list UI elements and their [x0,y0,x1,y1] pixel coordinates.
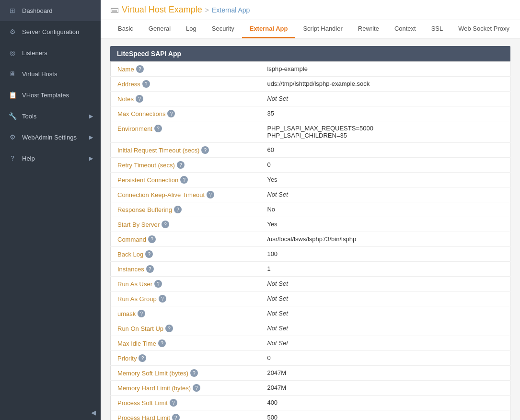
sidebar-icon-dashboard: ⊞ [8,6,17,15]
row-value: 2047M [262,381,510,396]
tab-rewrite[interactable]: Rewrite [350,20,387,38]
row-label: Process Soft Limit? [111,396,263,410]
row-label: Max Idle Time? [111,336,263,351]
row-label: umask? [111,306,263,321]
sidebar-icon-webadmin-settings: ⚙ [8,132,17,142]
main-content: 🖴 Virtual Host Example > External App Ba… [101,0,520,420]
help-icon[interactable]: ? [201,146,209,154]
header-title: Virtual Host Example [122,5,202,15]
help-icon[interactable]: ? [167,110,175,117]
help-icon[interactable]: ? [193,384,200,392]
help-icon[interactable]: ? [145,250,153,258]
sidebar-item-tools[interactable]: 🔧 Tools ▶ [0,105,101,127]
row-value: Not Set [262,187,510,202]
sidebar-collapse-button[interactable]: ◀ [0,405,101,420]
sidebar-item-server-configuration[interactable]: ⚙ Server Configuration [0,21,101,42]
help-icon[interactable]: ? [180,176,188,184]
table-row: umask?Not Set [111,306,510,321]
sidebar-item-vhost-templates[interactable]: 📋 VHost Templates [0,84,101,105]
sidebar-item-listeners[interactable]: ◎ Listeners [0,42,101,63]
row-label: Connection Keep-Alive Timeout? [111,187,263,202]
tab-security[interactable]: Security [204,20,242,38]
row-label: Run As Group? [111,292,263,306]
table-row: Memory Hard Limit (bytes)?2047M [111,381,510,396]
row-label: Back Log? [111,247,263,262]
row-value: 60 [262,143,510,158]
help-icon[interactable]: ? [138,310,145,317]
row-value: 2047M [262,366,510,381]
table-row: Address?uds://tmp/lshttpd/lsphp-example.… [111,77,510,92]
section-header: LiteSpeed SAPI App [110,46,510,61]
tab-log[interactable]: Log [178,20,204,38]
table-row: Instances?1 [111,262,510,277]
help-icon[interactable]: ? [190,369,198,377]
tab-ssl[interactable]: SSL [424,20,451,38]
sidebar-item-help[interactable]: ? Help ▶ [0,148,101,169]
row-label: Persistent Connection? [111,173,263,187]
row-label: Instances? [111,262,263,277]
header-separator: > [205,6,209,14]
help-icon[interactable]: ? [207,191,214,198]
help-icon[interactable]: ? [159,295,166,303]
table-row: Response Buffering?No [111,202,510,217]
tab-basic[interactable]: Basic [110,20,141,38]
row-value: 35 [262,106,510,121]
help-icon[interactable]: ? [177,161,185,169]
header-subtitle: External App [212,6,250,14]
table-row: Start By Server?Yes [111,217,510,232]
help-icon[interactable]: ? [136,95,143,103]
row-label: Retry Timeout (secs)? [111,158,263,173]
tab-modules[interactable]: Modules [517,20,520,38]
help-icon[interactable]: ? [148,235,156,243]
sidebar-item-dashboard[interactable]: ⊞ Dashboard [0,0,101,21]
row-label: Initial Request Timeout (secs)? [111,143,263,158]
help-icon[interactable]: ? [146,265,154,273]
row-label: Command? [111,232,263,247]
help-icon[interactable]: ? [172,414,180,420]
help-icon[interactable]: ? [162,221,169,228]
help-icon[interactable]: ? [154,280,162,288]
sidebar: ⊞ Dashboard ⚙ Server Configuration ◎ Lis… [0,0,101,420]
help-icon[interactable]: ? [139,354,146,362]
help-icon[interactable]: ? [165,325,173,332]
content-area: LiteSpeed SAPI App Name?lsphp-exampleAdd… [101,38,520,420]
row-label: Address? [111,77,263,92]
row-label: Start By Server? [111,217,263,232]
sidebar-icon-tools: 🔧 [8,111,17,121]
table-row: Connection Keep-Alive Timeout?Not Set [111,187,510,202]
collapse-icon: ◀ [91,409,96,416]
expand-arrow: ▶ [89,134,93,140]
tab-general[interactable]: General [141,20,178,38]
help-icon[interactable]: ? [142,80,150,88]
table-row: Process Soft Limit?400 [111,396,510,410]
row-label: Name? [111,62,263,77]
table-row: Max Connections?35 [111,106,510,121]
row-label: Memory Hard Limit (bytes)? [111,381,263,396]
help-icon[interactable]: ? [158,339,166,347]
row-value: lsphp-example [262,62,510,77]
sidebar-item-virtual-hosts[interactable]: 🖥 Virtual Hosts [0,63,101,84]
tab-context[interactable]: Context [387,20,424,38]
tab-web-socket-proxy[interactable]: Web Socket Proxy [451,20,517,38]
help-icon[interactable]: ? [136,65,144,73]
sidebar-label-tools: Tools [22,113,36,120]
row-value: Not Set [262,92,510,106]
help-icon[interactable]: ? [154,125,162,132]
row-value: 0 [262,351,510,366]
help-icon[interactable]: ? [174,206,182,213]
sidebar-item-webadmin-settings[interactable]: ⚙ WebAdmin Settings ▶ [0,127,101,148]
page-header: 🖴 Virtual Host Example > External App [101,0,520,20]
row-value: Not Set [262,336,510,351]
table-row: Process Hard Limit?500 [111,410,510,420]
row-value: Yes [262,217,510,232]
table-row: Environment?PHP_LSAPI_MAX_REQUESTS=5000P… [111,121,510,143]
table-row: Persistent Connection?Yes [111,173,510,187]
tab-external-app[interactable]: External App [242,20,296,38]
table-row: Priority?0 [111,351,510,366]
table-row: Initial Request Timeout (secs)?60 [111,143,510,158]
table-row: Run On Start Up?Not Set [111,321,510,336]
sidebar-icon-help: ? [8,153,17,163]
help-icon[interactable]: ? [170,399,177,407]
row-value: No [262,202,510,217]
tab-script-handler[interactable]: Script Handler [295,20,350,38]
